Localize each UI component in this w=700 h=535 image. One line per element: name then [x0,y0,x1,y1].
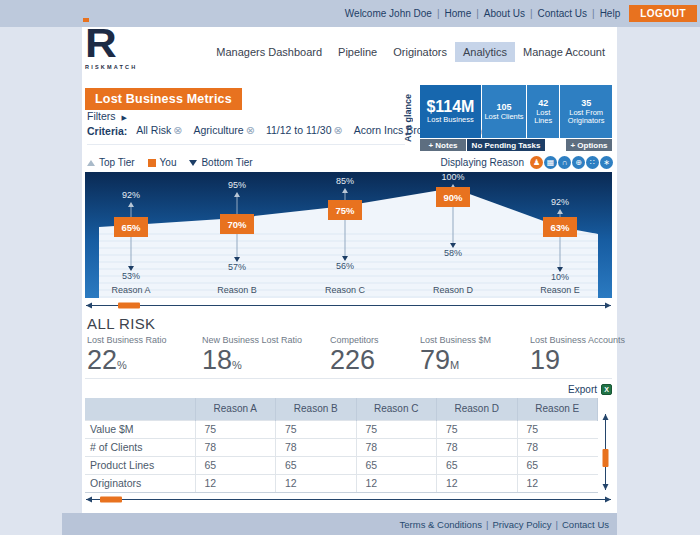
glance-spacer [546,139,565,151]
chip-label: Agriculture [194,124,244,136]
cell-value: 65 [356,456,437,474]
legend-bottom-tier: Bottom Tier [189,157,252,168]
options-button[interactable]: + Options [566,139,612,151]
stat-competitors: Competitors226 [330,335,379,375]
stat-new-business-lost-ratio: New Business Lost Ratio18% [202,335,302,375]
glance-buttons: + Notes No Pending Tasks + Options [420,139,612,151]
topbar-links: |Home|About Us|Contact Us|Help [432,8,620,19]
row-label: Value $M [85,420,195,438]
grid-icon[interactable]: ▦ [544,156,557,169]
stat-lost-business-m: Lost Business $M79M [420,335,491,375]
bottom-tier-label: Bottom Tier [201,157,252,168]
remove-filter-icon[interactable]: ⊗ [334,124,343,136]
chart-legend: Top Tier You Bottom Tier Displaying Reas… [87,156,613,169]
topbar-link-home[interactable]: Home [445,8,472,19]
footer: Terms & Conditions|Privacy Policy|Contac… [62,513,617,535]
notes-button[interactable]: + Notes [420,139,466,151]
star-icon[interactable]: ∗ [600,156,613,169]
table-row-product-lines: Product Lines6565656565 [85,456,598,474]
cell-value: 78 [356,438,437,456]
you-label: You [160,157,177,168]
stat-value: 226 [330,345,379,375]
nav-item-managers-dashboard[interactable]: Managers Dashboard [208,42,330,62]
filters-toggle[interactable]: Filters ▶ [87,110,127,122]
cell-value: 12 [356,474,437,492]
separator: | [592,8,595,19]
svg-text:100%: 100% [441,172,464,182]
svg-text:53%: 53% [122,271,140,281]
table-row-of-clients: # of Clients7878787878 [85,438,598,456]
svg-text:Reason D: Reason D [433,285,474,295]
svg-text:70%: 70% [227,219,247,230]
filters-label: Filters [87,110,116,122]
cell-value: 75 [356,420,437,438]
footer-link-privacy-policy[interactable]: Privacy Policy [492,519,551,530]
topbar-link-help[interactable]: Help [600,8,621,19]
criteria-chip-agriculture[interactable]: Agriculture⊗ [194,124,255,136]
stat-value: 22% [87,345,167,375]
export-button[interactable]: Export X [568,384,612,395]
nav-item-analytics[interactable]: Analytics [455,42,515,62]
cell-value: 65 [517,456,598,474]
topbar-link-about-us[interactable]: About Us [484,8,525,19]
cell-value: 75 [517,420,598,438]
cell-value: 75 [437,420,518,438]
stat-label: Lost Business Accounts [530,335,625,345]
criteria-chip-11-12-to-11-30[interactable]: 11/12 to 11/30⊗ [266,124,343,136]
stat-value: 79M [420,345,491,375]
glance-card-lost-clients: 105Lost Clients [482,85,526,138]
logout-button[interactable]: LOGOUT [629,5,697,22]
headset-icon[interactable]: ∩ [558,156,571,169]
main-content: R RISKMATCH Managers DashboardPipelineOr… [82,27,617,513]
cell-value: 12 [517,474,598,492]
reasons-table: Reason AReason BReason CReason DReason E… [85,398,598,493]
table-row-originators: Originators1212121212 [85,474,598,492]
glance-card-label: Lost Lines [528,109,559,126]
displaying-reason-group: Displaying Reason ♟▦∩⊕∷∗ [441,156,613,169]
reason-icons: ♟▦∩⊕∷∗ [529,156,613,169]
glance-value: $114M [426,98,474,115]
criteria-chip-all-risk[interactable]: All Risk⊗ [136,124,182,136]
remove-filter-icon[interactable]: ⊗ [173,124,182,136]
stat-label: Competitors [330,335,379,345]
svg-text:Reason B: Reason B [217,285,257,295]
svg-text:95%: 95% [228,180,246,190]
scroll-down-arrow-icon [603,484,609,490]
footer-link-terms-conditions[interactable]: Terms & Conditions [400,519,482,530]
cell-value: 78 [276,438,357,456]
cell-value: 78 [517,438,598,456]
glance-card-label: Lost From Originators [562,109,611,126]
svg-text:Reason A: Reason A [111,285,150,295]
main-nav: Managers DashboardPipelineOriginatorsAna… [208,42,613,62]
cell-value: 75 [195,420,276,438]
person-icon[interactable]: ♟ [530,156,543,169]
nav-item-pipeline[interactable]: Pipeline [330,42,385,62]
globe-icon[interactable]: ⊕ [572,156,585,169]
svg-text:10%: 10% [551,272,569,282]
excel-icon: X [601,384,612,395]
topbar-link-contact-us[interactable]: Contact Us [538,8,587,19]
group-icon[interactable]: ∷ [586,156,599,169]
column-header-reason-b: Reason B [276,398,357,420]
cell-value: 75 [276,420,357,438]
legend-top-tier: Top Tier [87,157,135,168]
row-label: Originators [85,474,195,492]
page-title: Lost Business Metrics [85,88,242,110]
stat-label: New Business Lost Ratio [202,335,302,345]
footer-link-contact-us[interactable]: Contact Us [562,519,609,530]
table-vertical-scrollbar[interactable] [601,413,610,491]
table-horizontal-scrollbar[interactable] [85,495,612,504]
chart-horizontal-scrollbar[interactable] [85,301,612,310]
stat-value: 19 [530,345,625,375]
export-label: Export [568,384,597,395]
cell-value: 78 [195,438,276,456]
nav-item-originators[interactable]: Originators [385,42,455,62]
glance-value: 105 [496,102,511,112]
separator: | [556,519,558,530]
cell-value: 65 [195,456,276,474]
nav-item-manage-account[interactable]: Manage Account [515,42,613,62]
riskmatch-logo[interactable]: R RISKMATCH [85,23,137,70]
pending-tasks-button[interactable]: No Pending Tasks [467,139,545,151]
remove-filter-icon[interactable]: ⊗ [246,124,255,136]
lost-business-chart: 92%65%53%Reason A95%70%57%Reason B85%75%… [85,172,612,298]
